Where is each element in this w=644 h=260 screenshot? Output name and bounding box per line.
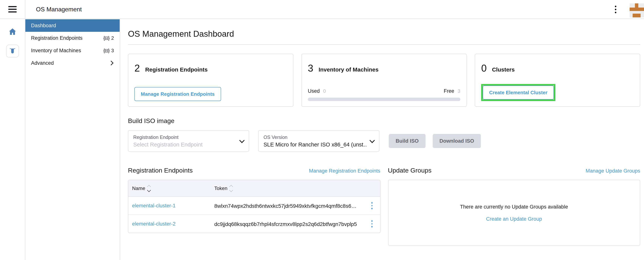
- chevron-down-icon: [370, 138, 375, 143]
- select-label: OS Version: [264, 134, 366, 140]
- count-badge: {⊟} 3: [103, 48, 114, 53]
- chevron-down-icon: [239, 138, 244, 143]
- card-count: 2: [134, 62, 140, 74]
- used-value: 0: [323, 88, 326, 94]
- update-groups-section: Update Groups Manage Update Groups There…: [388, 167, 640, 246]
- sidebar: Dashboard Registration Endpoints {⊟} 2 I…: [25, 19, 120, 260]
- card-clusters: 0 Clusters Create Elemental Cluster: [475, 54, 640, 107]
- used-label: Used: [308, 88, 320, 94]
- main-content: OS Management Dashboard 2 Registration E…: [120, 19, 644, 260]
- count-badge-icon: {⊟}: [103, 48, 110, 53]
- card-title: Registration Endpoints: [145, 66, 208, 73]
- download-iso-button[interactable]: Download ISO: [433, 134, 481, 148]
- update-groups-empty-panel: There are currently no Update Groups ava…: [388, 180, 640, 246]
- sidebar-item-label: Inventory of Machines: [31, 48, 81, 53]
- endpoint-link[interactable]: elemental-cluster-1: [132, 203, 176, 208]
- title-divider: [128, 44, 640, 45]
- free-label: Free: [444, 88, 454, 94]
- count-badge: {⊟} 2: [103, 35, 114, 41]
- sidebar-item-label: Advanced: [31, 60, 54, 66]
- count-badge-icon: {⊟}: [103, 35, 110, 41]
- icon-rail: [0, 19, 25, 260]
- card-count: 0: [481, 62, 487, 74]
- sidebar-item-inventory-of-machines[interactable]: Inventory of Machines {⊟} 3: [25, 44, 120, 57]
- endpoint-link[interactable]: elemental-cluster-2: [132, 221, 176, 227]
- registration-endpoints-section: Registration Endpoints Manage Registrati…: [128, 167, 380, 246]
- card-title: Clusters: [492, 66, 515, 73]
- column-header-token[interactable]: Token: [214, 185, 380, 191]
- top-bar: OS Management: [0, 0, 644, 19]
- home-icon[interactable]: [8, 27, 17, 38]
- section-title: Update Groups: [388, 167, 432, 174]
- sidebar-item-advanced[interactable]: Advanced: [25, 57, 120, 69]
- app-window: OS Management Dashboard: [0, 0, 644, 260]
- column-label: Token: [214, 186, 227, 191]
- chevron-right-icon: [109, 60, 114, 65]
- count-value: 3: [111, 48, 114, 53]
- sort-icon: [148, 185, 150, 191]
- elemental-app-icon[interactable]: [6, 45, 19, 58]
- create-elemental-cluster-button[interactable]: Create Elemental Cluster: [483, 86, 554, 100]
- registration-endpoints-table: Name Token elemental-cluster-1 8wlxn74wp…: [128, 180, 380, 233]
- overflow-menu-icon[interactable]: [613, 4, 618, 14]
- sidebar-item-dashboard[interactable]: Dashboard: [25, 19, 120, 32]
- manage-update-groups-link[interactable]: Manage Update Groups: [586, 168, 640, 174]
- topbar-divider: [25, 0, 25, 18]
- page-title: OS Management Dashboard: [128, 29, 640, 39]
- machines-usage-progress-bar: [308, 98, 460, 101]
- os-version-select[interactable]: OS Version SLE Micro for Rancher ISO x86…: [258, 130, 379, 152]
- column-label: Name: [132, 186, 145, 191]
- sidebar-item-registration-endpoints[interactable]: Registration Endpoints {⊟} 2: [25, 32, 120, 44]
- manage-registration-endpoints-button[interactable]: Manage Registration Endpoints: [134, 87, 221, 101]
- select-placeholder: Select Registration Endpoint: [133, 141, 202, 148]
- action-highlight-box: Create Elemental Cluster: [481, 84, 556, 101]
- create-update-group-link[interactable]: Create an Update Group: [486, 216, 542, 222]
- free-value: 3: [458, 88, 460, 94]
- menu-icon[interactable]: [8, 4, 17, 14]
- card-count: 3: [308, 62, 313, 74]
- token-value: 8wlxn74wpx2hdsth6ntwxkc57jdr5949xktvfkgc…: [214, 203, 364, 209]
- select-label: Registration Endpoint: [133, 134, 202, 140]
- card-inventory-of-machines: 3 Inventory of Machines Used 0 Free 3: [301, 54, 467, 107]
- row-actions-icon[interactable]: [370, 201, 374, 211]
- count-value: 2: [111, 35, 114, 41]
- section-title: Registration Endpoints: [128, 167, 193, 174]
- row-actions-icon[interactable]: [370, 219, 374, 229]
- empty-state-text: There are currently no Update Groups ava…: [460, 204, 568, 210]
- sidebar-item-label: Registration Endpoints: [31, 35, 82, 41]
- brand-logo: [630, 3, 644, 17]
- card-registration-endpoints: 2 Registration Endpoints Manage Registra…: [128, 54, 294, 107]
- token-value: dc9jjdq68ksqqz6b7rhpl4sfcrzmxv8lpp2s2q6d…: [214, 221, 364, 227]
- column-header-name[interactable]: Name: [128, 185, 214, 191]
- select-value: SLE Micro for Rancher ISO x86_64 (unst…: [264, 141, 366, 148]
- registration-endpoint-select[interactable]: Registration Endpoint Select Registratio…: [128, 130, 249, 152]
- manage-registration-endpoints-link[interactable]: Manage Registration Endpoints: [309, 168, 380, 174]
- table-row: elemental-cluster-1 8wlxn74wpx2hdsth6ntw…: [128, 197, 380, 214]
- sidebar-item-label: Dashboard: [31, 23, 56, 28]
- table-row: elemental-cluster-2 dc9jjdq68ksqqz6b7rhp…: [128, 214, 380, 233]
- card-title: Inventory of Machines: [318, 66, 378, 73]
- build-iso-title: Build ISO image: [128, 117, 640, 125]
- build-iso-button[interactable]: Build ISO: [389, 134, 426, 148]
- table-header: Name Token: [128, 180, 380, 197]
- app-title: OS Management: [36, 6, 82, 13]
- sort-icon: [230, 185, 232, 191]
